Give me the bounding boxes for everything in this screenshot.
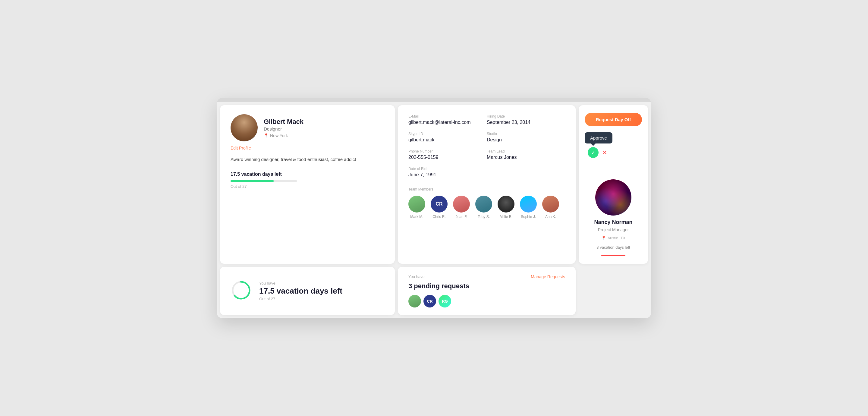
email-label: E-Mail	[408, 114, 487, 118]
team-avatar-ana[interactable]	[542, 196, 559, 212]
team-member: Mark M.	[408, 196, 425, 219]
pending-avatar-2[interactable]: CR	[424, 295, 436, 307]
phone-label: Phone Number	[408, 149, 487, 153]
profile-top: Gilbert Mack Designer 📍 New York	[230, 114, 384, 141]
vacation-progress-fill	[230, 180, 274, 182]
studio-label: Studio	[487, 132, 565, 136]
team-member: Ana K.	[542, 196, 559, 219]
vacation-progress-bar	[230, 180, 297, 182]
nancy-location: 📍 Austin, TX	[601, 236, 626, 240]
profile-role: Designer	[264, 126, 304, 131]
reject-button[interactable]: ✕	[602, 149, 607, 156]
pending-header: Manage Requests You have	[408, 274, 565, 280]
skype-value: gilbert.mack	[408, 137, 487, 143]
bottom-row: You have 17.5 vacation days left Out of …	[217, 267, 651, 318]
nancy-vacation-label: 3 vacation days left	[596, 245, 630, 249]
hiring-value: September 23, 2014	[487, 120, 565, 125]
team-name-sophie: Sophie J.	[521, 215, 536, 219]
profile-card: Gilbert Mack Designer 📍 New York Edit Pr…	[220, 105, 395, 264]
nancy-name: Nancy Norman	[594, 219, 632, 226]
team-members-section: Team Members Mark M. CR Chris R.	[408, 187, 565, 219]
location-icon: 📍	[264, 133, 269, 138]
hiring-date-field: Hiring Date September 23, 2014	[487, 114, 565, 125]
checkmark-icon: ✓	[591, 149, 595, 156]
actions-card: Request Day Off Approve ✓ ✕	[579, 105, 648, 264]
nancy-avatar-image	[595, 179, 631, 215]
main-area: Gilbert Mack Designer 📍 New York Edit Pr…	[217, 102, 651, 267]
team-name-toby: Toby S.	[478, 215, 490, 219]
team-name-joan: Joan F.	[456, 215, 467, 219]
donut-svg	[230, 280, 252, 301]
team-avatar-mark[interactable]	[408, 196, 425, 212]
pending-avatar-3[interactable]: RG	[438, 295, 451, 307]
team-avatar-sophie[interactable]	[520, 196, 537, 212]
team-name-ana: Ana K.	[545, 215, 556, 219]
team-name-mark: Mark M.	[410, 215, 423, 219]
nancy-avatar	[595, 179, 631, 215]
skype-field: Skype ID gilbert.mack	[408, 132, 487, 143]
email-field: E-Mail gilbert.mack@lateral-inc.com	[408, 114, 487, 125]
team-member: Joan F.	[453, 196, 470, 219]
edit-profile-link[interactable]: Edit Profile	[230, 146, 384, 150]
team-member: Millie B.	[498, 196, 515, 219]
pending-avatars: CR RG	[408, 295, 565, 307]
vacation-section: 17.5 vacation days left Out of 27	[230, 172, 384, 189]
dob-label: Date of Birth	[408, 167, 487, 171]
manage-requests-link[interactable]: Manage Requests	[531, 274, 565, 279]
vacation-days-big: 17.5 vacation days left	[259, 286, 342, 296]
phone-field: Phone Number 202-555-0159	[408, 149, 487, 160]
studio-field: Studio Design	[487, 132, 565, 143]
approve-check-button[interactable]: ✓	[588, 147, 598, 158]
team-members-label: Team Members	[408, 187, 565, 191]
team-avatar-millie[interactable]	[498, 196, 515, 212]
nancy-role: Project Manager	[598, 227, 629, 232]
title-bar	[217, 98, 651, 102]
request-day-off-button[interactable]: Request Day Off	[585, 113, 642, 126]
details-card: E-Mail gilbert.mack@lateral-inc.com Hiri…	[398, 105, 576, 264]
app-screen: Gilbert Mack Designer 📍 New York Edit Pr…	[217, 98, 651, 318]
team-name-millie: Millie B.	[500, 215, 513, 219]
team-avatar-joan[interactable]	[453, 196, 470, 212]
approve-actions: ✓ ✕	[585, 147, 607, 158]
team-member: Sophie J.	[520, 196, 537, 219]
phone-value: 202-555-0159	[408, 155, 487, 160]
divider	[585, 167, 642, 167]
bio-text: Award winning designer, travel & food en…	[230, 156, 384, 163]
team-lead-value: Marcus Jones	[487, 155, 565, 160]
email-value: gilbert.mack@lateral-inc.com	[408, 120, 487, 125]
vacation-days-label: 17.5 vacation days left	[230, 172, 384, 177]
pending-title: 3 pending requests	[408, 282, 565, 290]
out-of-small: Out of 27	[259, 297, 342, 301]
donut-chart	[230, 280, 252, 302]
team-members-list: Mark M. CR Chris R. Joan F.	[408, 196, 565, 219]
dob-field: Date of Birth June 7, 1991	[408, 167, 487, 178]
approve-tooltip: Approve	[585, 132, 613, 144]
dob-value: June 7, 1991	[408, 172, 487, 178]
studio-value: Design	[487, 137, 565, 143]
profile-info: Gilbert Mack Designer 📍 New York	[264, 118, 304, 138]
profile-location: 📍 New York	[264, 133, 304, 138]
team-avatar-toby[interactable]	[475, 196, 492, 212]
avatar	[230, 114, 258, 141]
pending-avatar-1[interactable]	[408, 295, 421, 307]
skype-label: Skype ID	[408, 132, 487, 136]
nancy-section: Nancy Norman Project Manager 📍 Austin, T…	[585, 179, 642, 256]
pending-card: Manage Requests You have 3 pending reque…	[398, 267, 576, 315]
location-icon: 📍	[601, 236, 606, 240]
vacation-bottom-text: You have 17.5 vacation days left Out of …	[259, 281, 342, 301]
details-grid: E-Mail gilbert.mack@lateral-inc.com Hiri…	[408, 114, 565, 184]
team-lead-label: Team Lead	[487, 149, 565, 153]
approve-section: Approve ✓ ✕	[585, 132, 642, 158]
profile-name: Gilbert Mack	[264, 118, 304, 126]
you-have-label: You have	[259, 281, 342, 286]
out-of-label: Out of 27	[230, 184, 384, 189]
vacation-bottom-card: You have 17.5 vacation days left Out of …	[220, 267, 395, 315]
team-member: CR Chris R.	[431, 196, 447, 219]
right-spacer	[579, 267, 648, 315]
team-name-chris: Chris R.	[433, 215, 445, 219]
avatar-image	[230, 114, 258, 141]
team-lead-field: Team Lead Marcus Jones	[487, 149, 565, 160]
approve-label: Approve	[590, 135, 607, 141]
nancy-progress-bar	[601, 255, 625, 256]
team-avatar-chris[interactable]: CR	[431, 196, 447, 212]
